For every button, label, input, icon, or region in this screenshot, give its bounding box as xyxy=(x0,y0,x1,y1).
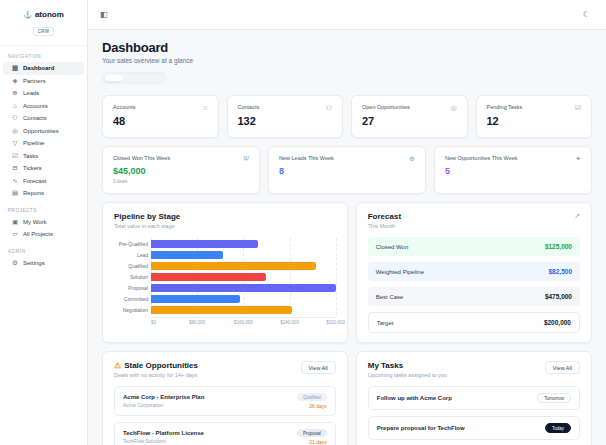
trophy-icon: Ψ xyxy=(243,155,249,162)
sidebar-item-reports[interactable]: ▤ Reports xyxy=(3,187,84,200)
weekly-stat-label: Closed Won This Week xyxy=(113,155,170,161)
stat-value: 132 xyxy=(238,115,333,127)
task-row[interactable]: Follow up with Acme Corp Tomorrow xyxy=(368,386,580,410)
stage-badge: Proposal xyxy=(297,429,327,437)
alert-triangle-icon: ⚠ xyxy=(114,361,121,370)
weekly-stat-value: $45,000 xyxy=(113,166,249,176)
chart-x-tick: $160,000 xyxy=(234,320,253,325)
pipeline-bar-pre-qualified xyxy=(151,240,258,248)
tab-marketing[interactable] xyxy=(145,75,163,81)
weekly-stat-value: 8 xyxy=(279,166,415,176)
pipeline-bar-negotiation xyxy=(151,306,292,314)
stale-view-all-button[interactable]: View All xyxy=(301,361,336,374)
stat-value: 27 xyxy=(362,115,457,127)
stat-value: 12 xyxy=(487,115,582,127)
building-icon: ⌂ xyxy=(203,104,207,111)
charts-row: Pipeline by Stage Total value in each st… xyxy=(102,202,592,343)
weekly-stat-label: New Leads This Week xyxy=(279,155,334,161)
pipeline-chart-title: Pipeline by Stage xyxy=(114,212,180,221)
sidebar-item-leads[interactable]: ⊕ Leads xyxy=(3,87,84,100)
stale-opportunities-list: Acme Corp - Enterprise Plan Acme Corpora… xyxy=(114,386,336,445)
chart-category-label: Negotiation xyxy=(114,304,151,315)
stage-badge: Qualified xyxy=(297,393,327,401)
tasks-view-all-button[interactable]: View All xyxy=(545,361,580,374)
my-tasks-list: Follow up with Acme Corp Tomorrow Prepar… xyxy=(368,386,580,445)
sidebar-item-label: Partners xyxy=(23,78,46,84)
theme-toggle-button[interactable]: ☾ xyxy=(581,9,592,21)
reports-icon: ▤ xyxy=(11,190,19,197)
sidebar-item-my-work[interactable]: ▣ My Work xyxy=(3,216,84,229)
sidebar-item-tickets[interactable]: ⊟ Tickets xyxy=(3,162,84,175)
chart-gridline xyxy=(336,238,337,315)
pipeline-chart-subtitle: Total value in each stage xyxy=(114,223,180,229)
sidebar-item-dashboard[interactable]: ▦ Dashboard xyxy=(3,62,84,75)
due-badge: Today xyxy=(545,423,571,433)
trending-up-icon: ↗ xyxy=(574,212,580,220)
chart-category-label: Pre-Qualified xyxy=(114,238,151,249)
sidebar-item-all-projects[interactable]: ▱ All Projects xyxy=(3,228,84,241)
sidebar-item-label: Contacts xyxy=(23,115,47,121)
stat-card: Accounts ⌂ 48 xyxy=(102,95,219,138)
stat-cards-row: Accounts ⌂ 48 Contacts ⚇ 132 Open Opport… xyxy=(102,95,592,138)
weekly-stat-card: Closed Won This Week Ψ $45,000 3 deals xyxy=(102,146,260,194)
sidebar-toggle-button[interactable]: ◧ xyxy=(98,9,110,21)
chart-x-tick: $240,000 xyxy=(280,320,299,325)
sidebar-item-label: Accounts xyxy=(23,103,48,109)
panel-left-icon: ◧ xyxy=(100,10,108,19)
chart-category-label: Proposal xyxy=(114,282,151,293)
stat-label: Open Opportunities xyxy=(362,104,410,110)
opportunity-title: Acme Corp - Enterprise Plan xyxy=(123,394,204,400)
forecast-row-value: $125,000 xyxy=(545,243,572,250)
sidebar-item-label: Dashboard xyxy=(23,65,54,71)
forecast-row-value: $82,500 xyxy=(549,268,573,275)
stale-opportunity-row[interactable]: Acme Corp - Enterprise Plan Acme Corpora… xyxy=(114,386,336,416)
sidebar-item-tasks[interactable]: ☑ Tasks xyxy=(3,150,84,163)
stat-value: 48 xyxy=(113,115,208,127)
task-title: Follow up with Acme Corp xyxy=(377,395,452,401)
opportunities-icon: ◎ xyxy=(11,128,19,135)
tab-home[interactable] xyxy=(105,75,123,81)
my-tasks-title: My Tasks xyxy=(368,361,447,370)
pipeline-bar-lead xyxy=(151,251,223,259)
tab-company-metrics[interactable] xyxy=(125,75,143,81)
sidebar-item-partners[interactable]: ◈ Partners xyxy=(3,75,84,88)
forecast-row-label: Closed Won xyxy=(376,244,409,250)
stat-label: Accounts xyxy=(113,104,136,110)
partners-icon: ◈ xyxy=(11,78,19,85)
pipeline-bar-proposal xyxy=(151,284,336,292)
chart-x-tick: $320,000 xyxy=(326,320,345,325)
sidebar-item-accounts[interactable]: ⌂ Accounts xyxy=(3,100,84,113)
days-stale-label: 21 days xyxy=(309,439,327,445)
opportunity-title: TechFlow - Platform License xyxy=(123,430,204,436)
sidebar: ⚓ atonom CRM Navigation ▦ Dashboard ◈ Pa… xyxy=(0,0,88,445)
stat-label: Pending Tasks xyxy=(487,104,523,110)
weekly-stat-card: New Opportunities This Week ✦ 5 xyxy=(434,146,592,194)
forecast-row-label: Weighted Pipeline xyxy=(376,269,424,275)
page-title: Dashboard xyxy=(102,40,592,55)
leads-icon: ⊕ xyxy=(11,90,19,97)
task-row[interactable]: Prepare proposal for TechFlow Today xyxy=(368,416,580,440)
target-icon: ◎ xyxy=(450,104,456,111)
sidebar-item-forecast[interactable]: ∿ Forecast xyxy=(3,175,84,188)
sidebar-item-opportunities[interactable]: ◎ Opportunities xyxy=(3,125,84,138)
sidebar-item-label: My Work xyxy=(23,219,47,225)
forecast-subtitle: This Month xyxy=(368,223,401,229)
tickets-icon: ⊟ xyxy=(11,165,19,172)
pipeline-bar-solution xyxy=(151,273,266,281)
users-icon: ⚇ xyxy=(326,104,332,111)
anchor-icon: ⚓ xyxy=(23,11,32,19)
forecast-rows: Closed Won $125,000 Weighted Pipeline $8… xyxy=(368,237,580,333)
days-stale-label: 26 days xyxy=(309,403,327,409)
forecast-card: Forecast This Month ↗ Closed Won $125,00… xyxy=(356,202,592,343)
my-tasks-card: My Tasks Upcoming tasks assigned to you … xyxy=(356,351,592,445)
user-plus-icon: ⊕ xyxy=(409,155,415,162)
sidebar-item-settings[interactable]: ⚙ Settings xyxy=(3,257,84,270)
sidebar-item-label: Settings xyxy=(23,260,45,266)
forecast-icon: ∿ xyxy=(11,178,19,185)
sidebar-item-pipeline[interactable]: ▽ Pipeline xyxy=(3,137,84,150)
stale-opportunity-row[interactable]: TechFlow - Platform License TechFlow Sol… xyxy=(114,422,336,445)
sidebar-item-contacts[interactable]: ⚇ Contacts xyxy=(3,112,84,125)
chart-y-axis-labels: Pre-QualifiedLeadQualifiedSolutionPropos… xyxy=(114,238,151,315)
chart-plot-area xyxy=(151,238,336,315)
forecast-title: Forecast xyxy=(368,212,401,221)
